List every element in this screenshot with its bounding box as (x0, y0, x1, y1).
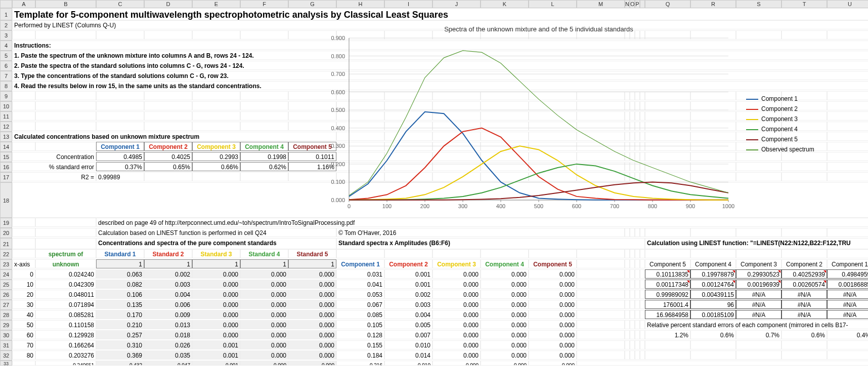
linest-value[interactable]: #N/A (827, 300, 868, 309)
amp-value[interactable]: 0.001 (384, 269, 432, 279)
std-value[interactable]: 0.000 (192, 290, 240, 299)
linest-value[interactable]: #N/A (782, 290, 827, 299)
linest-value[interactable]: 0.00260574 (782, 280, 827, 289)
amp-value[interactable]: 0.000 (481, 300, 529, 309)
linest-value[interactable]: 0.6% (690, 330, 736, 339)
std-value[interactable]: 0.000 (240, 300, 288, 309)
amp-value[interactable]: 0.000 (432, 320, 481, 329)
std-value[interactable]: 0.000 (288, 280, 336, 289)
amp-value[interactable]: 0.000 (529, 350, 577, 360)
amp-value[interactable]: 0.184 (336, 350, 384, 360)
amp-value[interactable]: 0.000 (481, 269, 529, 279)
amp-value[interactable]: 0.000 (529, 310, 577, 319)
row-header[interactable]: 22 (0, 249, 12, 259)
std-value[interactable]: 0.000 (240, 320, 288, 329)
col-header[interactable]: Q (645, 0, 690, 8)
r2-value[interactable]: 0.99989 (96, 172, 144, 181)
row-header[interactable]: 5 (0, 51, 12, 61)
amp-value[interactable]: 0.000 (481, 320, 529, 329)
amp-value[interactable]: 0.010 (384, 340, 432, 349)
amp-value[interactable]: 0.001 (384, 280, 432, 289)
linest-value[interactable]: #N/A (782, 310, 827, 319)
linest-value[interactable]: 1.2% (645, 330, 690, 339)
std-value[interactable]: 0.026 (144, 340, 192, 349)
amp-value[interactable]: 0.000 (432, 350, 481, 360)
std-value[interactable]: 0.000 (192, 310, 240, 319)
row-header[interactable]: 8 (0, 81, 12, 91)
std-concentration[interactable]: 1 (144, 259, 192, 268)
stderr-value[interactable]: 0.37% (96, 162, 144, 171)
linest-value[interactable]: 0.00117348 (645, 280, 690, 289)
amp-value[interactable]: 0.000 (432, 300, 481, 309)
std-value[interactable]: 0.000 (240, 350, 288, 360)
x-value[interactable]: 50 (12, 320, 35, 329)
amp-value[interactable]: 0.000 (481, 280, 529, 289)
linest-value[interactable]: #N/A (827, 310, 868, 319)
col-header[interactable]: B (35, 0, 96, 8)
col-header[interactable]: G (288, 0, 336, 8)
std-value[interactable]: 0.013 (144, 320, 192, 329)
row-header[interactable]: 27 (0, 300, 12, 310)
linest-value[interactable]: 16.9684958 (645, 310, 690, 319)
std-value[interactable]: 0.035 (144, 350, 192, 360)
linest-value[interactable]: 0.00185109 (690, 310, 736, 319)
std-value[interactable]: 0.000 (192, 269, 240, 279)
row-header[interactable]: 18 (0, 182, 12, 218)
col-header[interactable]: C (96, 0, 144, 8)
row-header[interactable]: 26 (0, 290, 12, 300)
row-header[interactable]: 17 (0, 172, 12, 182)
amp-value[interactable]: 0.000 (481, 330, 529, 339)
row-header[interactable]: 13 (0, 132, 12, 142)
concentration-value[interactable]: 0.2993 (192, 152, 240, 161)
std-value[interactable]: 0.000 (240, 310, 288, 319)
row-header[interactable]: 32 (0, 350, 12, 361)
unknown-value[interactable]: 0.166264 (35, 340, 96, 349)
std-value[interactable]: 0.000 (240, 340, 288, 349)
std-value[interactable]: 0.135 (96, 300, 144, 309)
linest-value[interactable]: 0.00124764 (690, 280, 736, 289)
std-value[interactable]: 0.004 (144, 290, 192, 299)
unknown-value[interactable]: 0.085281 (35, 310, 96, 319)
col-header[interactable]: J (432, 0, 481, 8)
std-value[interactable]: 0.006 (144, 300, 192, 309)
concentration-value[interactable]: 0.4985 (96, 152, 144, 161)
linest-value[interactable]: 96 (690, 300, 736, 309)
col-header[interactable]: U (827, 0, 868, 8)
row-header[interactable]: 24 (0, 269, 12, 280)
std-value[interactable]: 0.082 (96, 280, 144, 289)
amp-value[interactable]: 0.155 (336, 340, 384, 349)
std-value[interactable]: 0.000 (192, 300, 240, 309)
stderr-value[interactable]: 0.62% (240, 162, 288, 171)
col-header[interactable] (640, 0, 645, 8)
linest-value[interactable]: #N/A (736, 310, 782, 319)
col-header[interactable]: N (625, 0, 630, 8)
linest-value[interactable]: #N/A (736, 290, 782, 299)
row-header[interactable]: 4 (0, 41, 12, 51)
amp-value[interactable]: 0.002 (384, 290, 432, 299)
unknown-value[interactable]: 0.071894 (35, 300, 96, 309)
amp-value[interactable]: 0.000 (432, 290, 481, 299)
linest-value[interactable]: 0.00196939 (736, 280, 782, 289)
std-value[interactable]: 0.000 (288, 350, 336, 360)
std-value[interactable]: 0.170 (96, 310, 144, 319)
std-value[interactable]: 0.018 (144, 330, 192, 339)
x-value[interactable]: 40 (12, 310, 35, 319)
unknown-value[interactable]: 0.024240 (35, 269, 96, 279)
std-concentration[interactable]: 1 (96, 259, 144, 268)
row-header[interactable]: 12 (0, 122, 12, 132)
amp-value[interactable]: 0.000 (481, 310, 529, 319)
col-header[interactable]: P (635, 0, 640, 8)
stderr-value[interactable]: 0.65% (144, 162, 192, 171)
linest-value[interactable]: 0.6% (782, 330, 827, 339)
x-value[interactable]: 30 (12, 300, 35, 309)
std-value[interactable]: 0.009 (144, 310, 192, 319)
std-value[interactable]: 0.001 (192, 340, 240, 349)
amp-value[interactable]: 0.000 (432, 330, 481, 339)
std-value[interactable]: 0.002 (144, 269, 192, 279)
std-value[interactable]: 0.310 (96, 340, 144, 349)
std-value[interactable]: 0.003 (144, 280, 192, 289)
x-value[interactable]: 60 (12, 330, 35, 339)
linest-value[interactable]: 0.00439115 (690, 290, 736, 299)
row-header[interactable]: 30 (0, 330, 12, 340)
stderr-value[interactable]: 0.66% (192, 162, 240, 171)
